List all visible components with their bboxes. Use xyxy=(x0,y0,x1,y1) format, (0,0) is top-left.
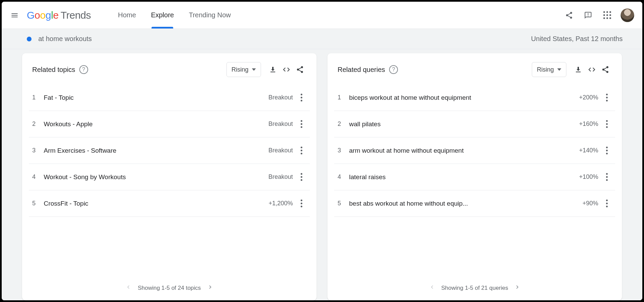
item-label[interactable]: Workouts - Apple xyxy=(44,120,268,128)
list-item[interactable]: 5 best abs workout at home without equip… xyxy=(334,190,526,217)
row-more-button[interactable] xyxy=(296,199,306,209)
row-more-button[interactable] xyxy=(296,146,306,156)
item-value: Breakout xyxy=(268,94,293,101)
item-label[interactable]: wall pilates xyxy=(349,120,526,128)
item-value: Breakout xyxy=(268,173,293,181)
sort-label: Rising xyxy=(232,66,248,73)
item-value: +1,200% xyxy=(268,200,293,207)
tab-trending-now[interactable]: Trending Now xyxy=(181,2,238,29)
help-button[interactable]: ? xyxy=(389,65,398,74)
item-value: Breakout xyxy=(268,147,293,154)
download-button[interactable] xyxy=(266,63,279,76)
row-more-button[interactable] xyxy=(296,93,306,103)
item-value: Breakout xyxy=(268,120,293,128)
list-item[interactable]: 3 arm workout at home without equipment … xyxy=(334,137,526,164)
item-label[interactable]: Arm Exercises - Software xyxy=(44,147,268,154)
list-item[interactable]: 2 wall pilates +160% xyxy=(334,111,526,137)
rank: 5 xyxy=(32,200,44,207)
tab-explore[interactable]: Explore xyxy=(143,2,181,29)
rank: 2 xyxy=(32,120,44,128)
list-item[interactable]: 5 CrossFit - Topic +1,200% xyxy=(29,190,310,217)
list-item[interactable]: 3 Arm Exercises - Software Breakout xyxy=(29,137,310,164)
rank: 4 xyxy=(338,173,349,181)
related-topics-card: Related topics ? Rising 1 Fat - Topic Br… xyxy=(22,53,317,249)
list-item[interactable]: 1 Fat - Topic Breakout xyxy=(29,84,310,111)
embed-button[interactable] xyxy=(280,63,293,76)
sort-dropdown[interactable]: Rising xyxy=(226,62,261,77)
card-title: Related queries xyxy=(338,66,385,74)
nav-tabs: Home Explore Trending Now xyxy=(110,2,238,29)
row-more-button[interactable] xyxy=(296,119,306,129)
item-label[interactable]: CrossFit - Topic xyxy=(44,200,268,207)
item-label[interactable]: Workout - Song by Workouts xyxy=(44,173,268,181)
hamburger-icon xyxy=(11,11,19,19)
card-header: Related queries ? Rising xyxy=(327,62,526,84)
help-button[interactable]: ? xyxy=(79,65,88,74)
card-title: Related topics xyxy=(32,66,75,74)
item-label[interactable]: arm workout at home without equipment xyxy=(349,147,526,154)
item-label[interactable]: best abs workout at home without equip..… xyxy=(349,200,526,207)
content-area: Related topics ? Rising 1 Fat - Topic Br… xyxy=(2,49,526,249)
share-icon xyxy=(296,65,304,74)
card-header: Related topics ? Rising xyxy=(22,62,317,84)
tab-home[interactable]: Home xyxy=(110,2,143,29)
rank: 3 xyxy=(32,147,44,154)
rank: 4 xyxy=(32,173,44,181)
rank: 3 xyxy=(338,147,349,154)
chevron-down-icon xyxy=(252,68,256,72)
list-item[interactable]: 2 Workouts - Apple Breakout xyxy=(29,111,310,137)
item-label[interactable]: Fat - Topic xyxy=(44,94,268,101)
code-icon xyxy=(282,65,290,74)
query-term[interactable]: at home workouts xyxy=(38,35,92,43)
rank: 2 xyxy=(338,120,349,128)
rank: 1 xyxy=(32,94,44,101)
topics-list: 1 Fat - Topic Breakout 2 Workouts - Appl… xyxy=(22,84,317,217)
row-more-button[interactable] xyxy=(296,172,306,182)
series-color-dot xyxy=(27,37,32,41)
queries-list: 1 biceps workout at home without equipme… xyxy=(327,84,526,217)
app-header: Google Trends Home Explore Trending Now xyxy=(2,2,526,29)
rank: 5 xyxy=(338,200,349,207)
related-queries-card: Related queries ? Rising 1 biceps workou… xyxy=(327,53,526,249)
item-label[interactable]: lateral raises xyxy=(349,173,526,181)
share-card-button[interactable] xyxy=(294,63,306,76)
list-item[interactable]: 1 biceps workout at home without equipme… xyxy=(334,84,526,111)
item-label[interactable]: biceps workout at home without equipment xyxy=(349,94,526,101)
list-item[interactable]: 4 Workout - Song by Workouts Breakout xyxy=(29,164,310,190)
google-trends-logo[interactable]: Google Trends xyxy=(27,10,91,21)
menu-button[interactable] xyxy=(6,7,23,23)
download-icon xyxy=(269,65,277,74)
rank: 1 xyxy=(338,94,349,101)
list-item[interactable]: 4 lateral raises +100% xyxy=(334,164,526,190)
query-bar: at home workouts United States, Past 12 … xyxy=(2,29,526,49)
